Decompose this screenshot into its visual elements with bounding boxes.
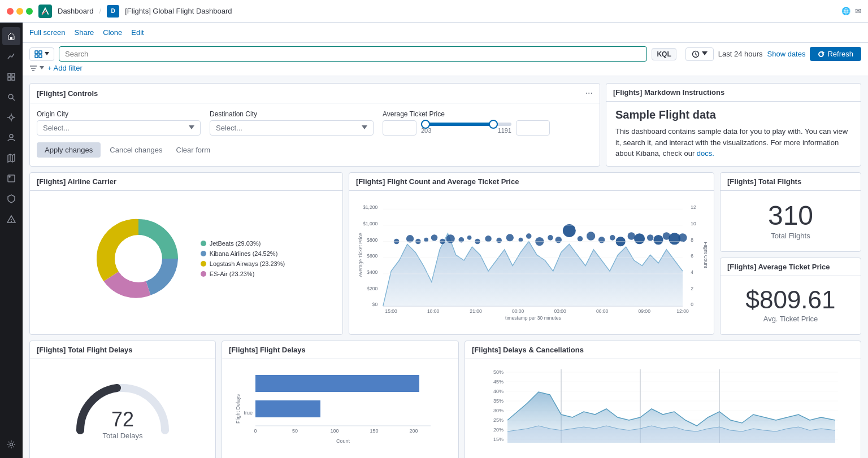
range-thumb-max[interactable] xyxy=(489,120,498,129)
minimize-button[interactable] xyxy=(16,8,23,15)
svg-rect-1 xyxy=(8,73,11,76)
clone-link[interactable]: Clone xyxy=(103,28,122,37)
avg-ticket-body: $809.61 Avg. Ticket Price xyxy=(721,276,861,334)
bar-false xyxy=(255,375,419,392)
delays-canc-title: [Flights] Delays & Cancellations xyxy=(472,346,584,354)
clear-form-button[interactable]: Clear form xyxy=(172,142,215,158)
svg-text:21:00: 21:00 xyxy=(470,308,482,313)
donut-container: JetBeats (29.03%) Kibana Airlines (24.52… xyxy=(30,191,342,326)
total-flights-panel: [Flights] Total Flights 310 Total Flight… xyxy=(720,172,861,252)
svg-point-62 xyxy=(555,236,562,242)
sidebar-icon-security[interactable] xyxy=(2,190,20,208)
total-delays-panel: [Flights] Total Flight Delays 72 Total D… xyxy=(29,341,216,459)
controls-panel-menu[interactable]: ··· xyxy=(585,88,593,98)
total-flights-value: 310 xyxy=(727,202,854,229)
svg-point-69 xyxy=(628,232,635,239)
svg-text:00:00: 00:00 xyxy=(512,308,524,313)
svg-point-16 xyxy=(11,221,12,222)
origin-city-select[interactable]: Select... xyxy=(37,120,201,136)
svg-text:$600: $600 xyxy=(367,253,377,259)
sidebar xyxy=(0,23,23,458)
row-3: [Flights] Total Flight Delays 72 Total D… xyxy=(29,341,861,459)
flight-delays-title: [Flights] Flight Delays xyxy=(229,346,306,354)
svg-text:03:00: 03:00 xyxy=(554,308,566,313)
svg-marker-27 xyxy=(362,125,367,129)
markdown-docs-link[interactable]: docs. xyxy=(697,149,714,158)
sidebar-icon-home[interactable] xyxy=(2,27,20,45)
show-dates-button[interactable]: Show dates xyxy=(767,50,806,58)
svg-text:30%: 30% xyxy=(493,408,504,413)
svg-text:50%: 50% xyxy=(493,369,504,375)
fullscreen-link[interactable]: Full screen xyxy=(29,28,66,37)
svg-rect-4 xyxy=(12,77,15,80)
sidebar-icon-maps[interactable] xyxy=(2,149,20,167)
sidebar-icon-discover[interactable] xyxy=(2,88,20,106)
avg-ticket-panel: [Flights] Average Ticket Price $809.61 A… xyxy=(720,258,861,335)
breadcrumb-dashboard[interactable]: Dashboard xyxy=(58,7,94,15)
legend-dot-jetbeats xyxy=(201,241,206,246)
filter-icon-button[interactable] xyxy=(29,64,44,72)
svg-text:$800: $800 xyxy=(367,237,377,242)
sidebar-icon-canvas[interactable] xyxy=(2,169,20,187)
svg-text:0: 0 xyxy=(254,428,257,434)
cancel-changes-button[interactable]: Cancel changes xyxy=(105,142,167,158)
legend-item-logstash: Logstash Airways (23.23%) xyxy=(201,260,285,267)
svg-text:06:00: 06:00 xyxy=(596,308,609,313)
svg-text:true: true xyxy=(244,410,253,416)
search-input[interactable] xyxy=(59,46,647,62)
svg-text:6: 6 xyxy=(691,253,693,259)
search-type-button[interactable] xyxy=(29,47,54,61)
svg-point-67 xyxy=(610,235,615,241)
maximize-button[interactable] xyxy=(26,8,33,15)
sidebar-icon-alerts[interactable] xyxy=(2,210,20,228)
sidebar-icon-visualize[interactable] xyxy=(2,47,20,66)
share-link[interactable]: Share xyxy=(75,28,94,37)
breadcrumb-sep: / xyxy=(99,7,102,15)
titlebar-icons: 🌐 ✉ xyxy=(841,7,861,15)
time-picker[interactable] xyxy=(685,47,714,61)
markdown-text: This dashboard contains sample data for … xyxy=(615,126,852,159)
svg-text:25%: 25% xyxy=(493,417,504,423)
price-range-slider[interactable] xyxy=(421,123,511,126)
globe-icon[interactable]: 🌐 xyxy=(841,7,850,15)
sidebar-icon-users[interactable] xyxy=(2,129,20,147)
svg-rect-2 xyxy=(12,73,15,76)
main-content: Full screen Share Clone Edit KQL Last 24… xyxy=(23,23,868,458)
price-min-input[interactable]: 203 xyxy=(383,120,416,136)
sidebar-icon-settings[interactable] xyxy=(2,435,20,453)
svg-point-65 xyxy=(587,232,595,240)
svg-text:$200: $200 xyxy=(367,285,377,291)
svg-text:12:00: 12:00 xyxy=(676,308,689,313)
edit-link[interactable]: Edit xyxy=(131,28,144,37)
mail-icon[interactable]: ✉ xyxy=(855,7,861,15)
svg-text:40%: 40% xyxy=(493,389,504,394)
close-button[interactable] xyxy=(7,8,14,15)
time-label: Last 24 hours xyxy=(718,50,763,58)
apply-changes-button[interactable]: Apply changes xyxy=(37,142,101,158)
sidebar-icon-ml[interactable] xyxy=(2,108,20,127)
avg-ticket-label: Avg. Ticket Price xyxy=(727,315,854,323)
svg-text:timestamp per 30 minutes: timestamp per 30 minutes xyxy=(505,315,561,321)
sidebar-icon-dashboard[interactable] xyxy=(2,68,20,86)
svg-point-64 xyxy=(578,236,583,242)
row-2: [Flights] Airline Carrier xyxy=(29,172,861,335)
legend-label-jetbeats: JetBeats (29.03%) xyxy=(210,240,261,247)
range-thumb-min[interactable] xyxy=(421,120,430,129)
kql-badge[interactable]: KQL xyxy=(652,48,676,60)
destination-city-select[interactable]: Select... xyxy=(210,120,374,136)
titlebar: Dashboard / D [Flights] Global Flight Da… xyxy=(0,0,868,23)
flight-delays-header: [Flights] Flight Delays xyxy=(222,341,458,359)
donut-chart xyxy=(88,208,189,309)
svg-point-70 xyxy=(634,233,645,244)
add-filter-button[interactable]: + Add filter xyxy=(47,64,83,72)
controls-panel-title: [Flights] Controls xyxy=(37,89,98,98)
gauge-container: 72 Total Delays xyxy=(30,359,215,449)
destination-placeholder: Select... xyxy=(216,124,242,132)
refresh-button[interactable]: Refresh xyxy=(810,47,861,61)
gauge-value: 72 xyxy=(103,408,143,431)
price-max-input[interactable] xyxy=(516,120,550,136)
svg-text:0: 0 xyxy=(691,302,693,307)
svg-text:200: 200 xyxy=(409,428,418,434)
markdown-panel-title: [Flights] Markdown Instructions xyxy=(613,88,724,97)
svg-point-56 xyxy=(496,237,502,243)
